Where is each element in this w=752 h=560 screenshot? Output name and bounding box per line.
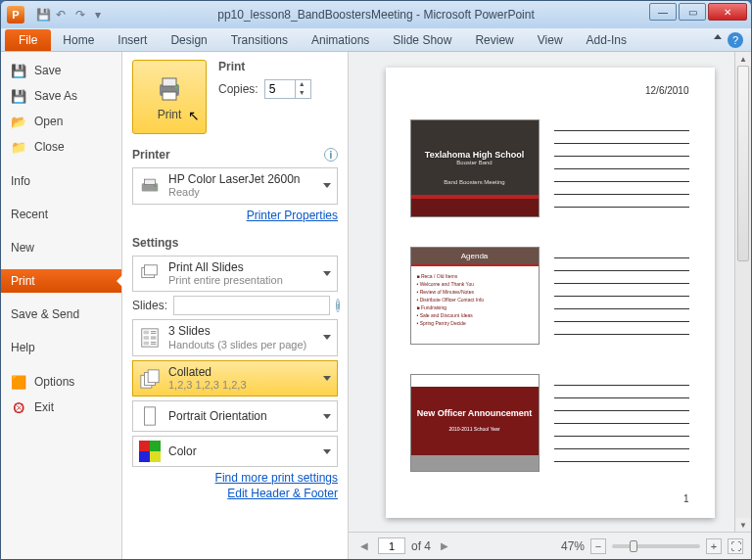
orientation-dropdown[interactable]: Portrait Orientation bbox=[132, 400, 338, 432]
redo-icon[interactable]: ↷ bbox=[75, 8, 89, 22]
nav-info[interactable]: Info bbox=[1, 169, 121, 193]
copies-spinner[interactable]: ▲▼ bbox=[264, 79, 311, 99]
nav-new[interactable]: New bbox=[1, 236, 121, 259]
exit-icon: ⮿ bbox=[11, 399, 26, 415]
printer-dropdown[interactable]: HP Color LaserJet 2600nReady bbox=[132, 167, 338, 205]
printer-properties-link[interactable]: Printer Properties bbox=[132, 209, 338, 222]
copies-input[interactable] bbox=[265, 81, 295, 97]
color-dropdown[interactable]: Color bbox=[132, 436, 338, 467]
print-button[interactable]: Print ↖ bbox=[132, 60, 207, 134]
tab-transitions[interactable]: Transitions bbox=[219, 29, 300, 51]
handout-3-icon bbox=[139, 327, 161, 349]
window-title: pp10_lesson8_BandBoostersMeeting - Micro… bbox=[217, 8, 535, 22]
info-icon[interactable]: i bbox=[324, 148, 338, 162]
chevron-down-icon bbox=[323, 414, 331, 419]
chevron-down-icon bbox=[323, 271, 331, 276]
next-page-button[interactable]: ▶ bbox=[437, 538, 452, 554]
tab-file[interactable]: File bbox=[5, 29, 51, 51]
chevron-down-icon bbox=[323, 335, 331, 340]
page-input[interactable] bbox=[378, 537, 405, 554]
nav-open[interactable]: 📂Open bbox=[1, 109, 121, 134]
ribbon-tabs: File Home Insert Design Transitions Anim… bbox=[1, 28, 751, 52]
tab-slideshow[interactable]: Slide Show bbox=[381, 29, 463, 51]
tab-review[interactable]: Review bbox=[463, 29, 525, 51]
edit-header-footer-link[interactable]: Edit Header & Footer bbox=[132, 487, 338, 500]
nav-save-as[interactable]: 💾Save As bbox=[1, 83, 121, 109]
portrait-icon bbox=[139, 405, 161, 427]
titlebar: P 💾 ↶ ↷ ▾ pp10_lesson8_BandBoostersMeeti… bbox=[1, 1, 751, 28]
zoom-in-button[interactable]: + bbox=[706, 538, 722, 554]
slide-thumb-3: New Officer Announcement 2010-2011 Schoo… bbox=[411, 375, 539, 471]
qat-more-icon[interactable]: ▾ bbox=[95, 8, 109, 22]
tab-home[interactable]: Home bbox=[51, 29, 106, 51]
nav-save-send[interactable]: Save & Send bbox=[1, 303, 121, 326]
tab-addins[interactable]: Add-Ins bbox=[575, 29, 638, 51]
nav-help[interactable]: Help bbox=[1, 336, 121, 359]
slide-thumb-2: Agenda ■ Reca / Old Items • Welcome and … bbox=[411, 248, 539, 344]
nav-close[interactable]: 📁Close bbox=[1, 134, 121, 160]
print-range-dropdown[interactable]: Print All SlidesPrint entire presentatio… bbox=[132, 256, 338, 293]
chevron-down-icon bbox=[323, 376, 331, 381]
undo-icon[interactable]: ↶ bbox=[56, 8, 70, 22]
page-number: 1 bbox=[683, 493, 689, 504]
nav-print[interactable]: Print bbox=[1, 269, 121, 293]
maximize-button[interactable]: ▭ bbox=[679, 3, 706, 21]
scroll-down-icon[interactable]: ▼ bbox=[735, 518, 751, 532]
open-icon: 📂 bbox=[11, 114, 26, 129]
preview-statusbar: ◀ of 4 ▶ 47% − + ⛶ bbox=[349, 532, 751, 559]
note-lines bbox=[554, 130, 689, 208]
tab-insert[interactable]: Insert bbox=[106, 29, 159, 51]
prev-page-button[interactable]: ◀ bbox=[356, 538, 372, 554]
nav-save[interactable]: 💾Save bbox=[1, 58, 121, 83]
svg-point-6 bbox=[154, 185, 156, 187]
tab-animations[interactable]: Animations bbox=[300, 29, 381, 51]
svg-rect-8 bbox=[145, 265, 158, 275]
layout-dropdown[interactable]: 3 SlidesHandouts (3 slides per page) bbox=[132, 319, 338, 356]
close-button[interactable]: ✕ bbox=[708, 3, 747, 21]
page-date: 12/6/2010 bbox=[645, 85, 689, 96]
tab-view[interactable]: View bbox=[526, 29, 575, 51]
svg-rect-10 bbox=[144, 331, 150, 335]
printer-heading: Printer bbox=[132, 148, 170, 162]
minimize-button[interactable]: — bbox=[649, 3, 677, 21]
help-icon[interactable]: ? bbox=[728, 32, 743, 48]
app-icon: P bbox=[7, 6, 24, 23]
note-lines bbox=[554, 385, 689, 462]
chevron-down-icon bbox=[323, 183, 331, 188]
minimize-ribbon-icon[interactable] bbox=[714, 34, 722, 39]
app-window: P 💾 ↶ ↷ ▾ pp10_lesson8_BandBoostersMeeti… bbox=[0, 0, 752, 560]
zoom-slider-thumb[interactable] bbox=[630, 540, 637, 552]
slides-label: Slides: bbox=[132, 299, 167, 312]
info-icon[interactable]: i bbox=[336, 299, 340, 312]
svg-rect-12 bbox=[144, 342, 150, 346]
slides-input[interactable] bbox=[173, 296, 330, 315]
print-heading: Print bbox=[218, 60, 311, 73]
svg-rect-21 bbox=[148, 369, 159, 382]
fit-to-window-button[interactable]: ⛶ bbox=[728, 538, 743, 554]
options-icon: 🟧 bbox=[11, 374, 26, 390]
print-panel: Print ↖ Print Copies: ▲▼ Printeri bbox=[122, 52, 348, 559]
collate-dropdown[interactable]: Collated1,2,3 1,2,3 1,2,3 bbox=[132, 360, 338, 397]
nav-exit[interactable]: ⮿Exit bbox=[1, 395, 121, 420]
save-icon: 💾 bbox=[11, 63, 26, 78]
svg-point-3 bbox=[175, 86, 178, 89]
scroll-thumb[interactable] bbox=[737, 66, 749, 261]
print-button-label: Print bbox=[158, 108, 182, 121]
svg-rect-11 bbox=[144, 336, 150, 340]
spin-up-icon[interactable]: ▲ bbox=[296, 80, 308, 89]
save-as-icon: 💾 bbox=[11, 88, 26, 104]
chevron-down-icon bbox=[323, 449, 331, 454]
find-more-settings-link[interactable]: Find more print settings bbox=[132, 471, 338, 485]
scroll-up-icon[interactable]: ▲ bbox=[735, 52, 751, 66]
nav-recent[interactable]: Recent bbox=[1, 203, 121, 226]
save-icon[interactable]: 💾 bbox=[36, 8, 50, 22]
nav-options[interactable]: 🟧Options bbox=[1, 369, 121, 395]
collate-icon bbox=[139, 368, 161, 390]
print-preview: 12/6/2010 1 Texlahoma High School Booste… bbox=[348, 52, 751, 559]
spin-down-icon[interactable]: ▼ bbox=[296, 89, 308, 98]
zoom-out-button[interactable]: − bbox=[590, 538, 606, 554]
vertical-scrollbar[interactable]: ▲ ▼ bbox=[734, 52, 751, 532]
zoom-slider[interactable] bbox=[612, 544, 700, 548]
tab-design[interactable]: Design bbox=[159, 29, 218, 51]
zoom-label: 47% bbox=[561, 539, 585, 553]
